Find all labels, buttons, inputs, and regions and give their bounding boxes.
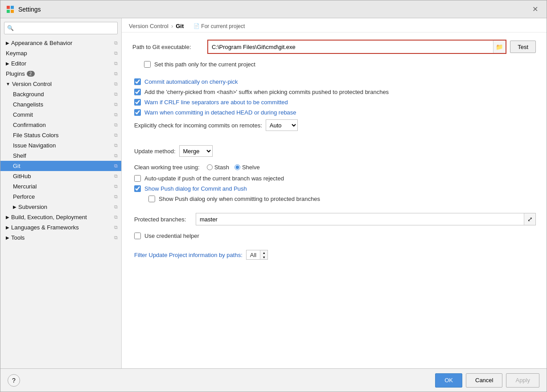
sidebar-item-commit[interactable]: Commit ⧉ (0, 110, 121, 120)
svg-rect-2 (7, 10, 10, 13)
show-push-protected-label[interactable]: Show Push dialog only when committing to… (159, 196, 320, 202)
sidebar-item-tools[interactable]: ▶ Tools ⧉ (0, 233, 121, 243)
sidebar-item-shelf[interactable]: Shelf ⧉ (0, 151, 121, 161)
credential-checkbox[interactable] (134, 233, 141, 239)
copy-icon: ⧉ (114, 40, 118, 46)
cherry-pick-suffix-checkbox[interactable] (134, 89, 141, 95)
arrow-icon: ▶ (6, 215, 9, 220)
incoming-label: Explicitly check for incoming commits on… (134, 122, 262, 129)
sidebar-item-plugins[interactable]: Plugins 2 ⧉ (0, 69, 121, 79)
credential-row: Use credential helper (134, 233, 536, 239)
sidebar-item-issue-navigation[interactable]: Issue Navigation ⧉ (0, 140, 121, 151)
copy-icon: ⧉ (114, 194, 118, 200)
stash-label-text: Stash (214, 164, 229, 171)
sidebar-item-editor[interactable]: ▶ Editor ⧉ (0, 58, 121, 69)
sidebar-label: File Status Colors (13, 132, 59, 139)
shelve-label-text: Shelve (242, 164, 260, 171)
project-link: 📄 For current project (193, 23, 245, 29)
incoming-row: Explicitly check for incoming commits on… (134, 119, 536, 131)
sidebar-item-file-status-colors[interactable]: File Status Colors ⧉ (0, 130, 121, 140)
sidebar-item-github[interactable]: GitHub ⧉ (0, 171, 121, 181)
update-method-row: Update method: Merge Rebase (134, 145, 536, 157)
arrow-icon: ▶ (6, 235, 9, 240)
sidebar-label: Git (13, 163, 21, 169)
sidebar-item-changelists[interactable]: Changelists ⧉ (0, 99, 121, 110)
spin-up-button[interactable]: ▲ (260, 250, 267, 255)
footer-buttons: OK Cancel Apply (435, 373, 539, 388)
expand-button[interactable]: ⤢ (524, 213, 535, 225)
sidebar-label: Subversion (18, 204, 47, 210)
cb1-row: Commit automatically on cherry-pick (134, 78, 536, 85)
svg-rect-1 (11, 6, 14, 9)
show-push-protected-checkbox[interactable] (148, 196, 155, 202)
copy-icon: ⧉ (114, 143, 118, 148)
ok-button[interactable]: OK (435, 373, 462, 388)
sidebar-item-background[interactable]: Background ⧉ (0, 89, 121, 99)
sidebar-item-languages[interactable]: ▶ Languages & Frameworks ⧉ (0, 222, 121, 233)
content-panel: Version Control › Git 📄 For current proj… (122, 18, 547, 368)
sidebar-item-build[interactable]: ▶ Build, Execution, Deployment ⧉ (0, 212, 121, 222)
path-input[interactable] (208, 41, 493, 53)
sidebar-item-keymap[interactable]: Keymap ⧉ (0, 48, 121, 58)
stash-radio[interactable] (207, 164, 213, 170)
test-button[interactable]: Test (510, 41, 536, 53)
cb2-label[interactable]: Add the 'cherry-picked from <hash>' suff… (144, 89, 389, 95)
warn-detached-checkbox[interactable] (134, 109, 141, 116)
copy-icon: ⧉ (114, 122, 118, 128)
incoming-select[interactable]: Auto Always Never (266, 119, 298, 131)
update-method-select[interactable]: Merge Rebase (179, 145, 213, 157)
commit-cherry-pick-checkbox[interactable] (134, 78, 141, 85)
path-input-wrap: 📁 (207, 40, 506, 54)
arrow-icon: ▶ (6, 225, 9, 230)
svg-rect-3 (11, 10, 14, 13)
show-push-label[interactable]: Show Push dialog for Commit and Push (144, 185, 247, 192)
spin-down-button[interactable]: ▼ (260, 255, 267, 259)
stash-radio-label[interactable]: Stash (207, 164, 229, 171)
help-button[interactable]: ? (8, 374, 20, 387)
main-area: 🔍 ▶ Appearance & Behavior ⧉ Keymap ⧉ ▶ (0, 18, 547, 368)
arrow-icon: ▶ (13, 204, 16, 209)
close-button[interactable]: ✕ (529, 3, 541, 16)
sidebar-label: Commit (13, 111, 33, 118)
protected-input[interactable] (196, 213, 524, 225)
apply-button[interactable]: Apply (506, 373, 539, 388)
app-icon (6, 5, 15, 14)
shelve-radio-label[interactable]: Shelve (234, 164, 260, 171)
shelve-radio[interactable] (234, 164, 240, 170)
cb3-label[interactable]: Warn if CRLF line separators are about t… (144, 99, 288, 106)
set-path-label[interactable]: Set this path only for the current proje… (154, 61, 255, 68)
browse-button[interactable]: 📁 (493, 41, 506, 53)
sidebar-item-confirmation[interactable]: Confirmation ⧉ (0, 120, 121, 130)
protected-label: Protected branches: (134, 216, 192, 223)
copy-icon: ⧉ (114, 132, 118, 138)
show-push-checkbox[interactable] (134, 185, 141, 192)
set-path-checkbox[interactable] (144, 61, 151, 68)
filter-spinner: All ▲ ▼ (246, 250, 268, 260)
sidebar-label: Changelists (13, 101, 43, 108)
cb4-label[interactable]: Warn when committing in detached HEAD or… (144, 109, 296, 116)
sidebar-item-subversion[interactable]: ▶ Subversion ⧉ (0, 202, 121, 212)
sidebar-label: Plugins (6, 70, 25, 77)
auto-update-label[interactable]: Auto-update if push of the current branc… (144, 175, 284, 182)
arrow-icon: ▶ (6, 61, 9, 66)
auto-update-checkbox[interactable] (134, 175, 141, 182)
sidebar-label: Editor (11, 60, 26, 67)
warn-crlf-checkbox[interactable] (134, 99, 141, 106)
credential-label[interactable]: Use credential helper (144, 233, 199, 239)
separator-icon: › (171, 23, 173, 29)
sidebar-item-git[interactable]: Git ⧉ (0, 161, 121, 171)
sidebar-item-mercurial[interactable]: Mercurial ⧉ (0, 181, 121, 192)
cb2-row: Add the 'cherry-picked from <hash>' suff… (134, 89, 536, 95)
sidebar-item-appearance[interactable]: ▶ Appearance & Behavior ⧉ (0, 38, 121, 48)
set-path-row: Set this path only for the current proje… (144, 61, 536, 68)
sidebar-label: Version Control (12, 81, 52, 87)
sidebar-item-version-control[interactable]: ▼ Version Control ⧉ (0, 79, 121, 89)
copy-icon: ⧉ (114, 50, 118, 56)
path-label: Path to Git executable: (132, 44, 204, 50)
sidebar-item-perforce[interactable]: Perforce ⧉ (0, 192, 121, 202)
cancel-button[interactable]: Cancel (466, 373, 502, 388)
cb1-label[interactable]: Commit automatically on cherry-pick (144, 78, 238, 85)
copy-icon: ⧉ (114, 153, 118, 159)
project-icon: 📄 (193, 23, 200, 29)
search-input[interactable] (4, 22, 118, 34)
